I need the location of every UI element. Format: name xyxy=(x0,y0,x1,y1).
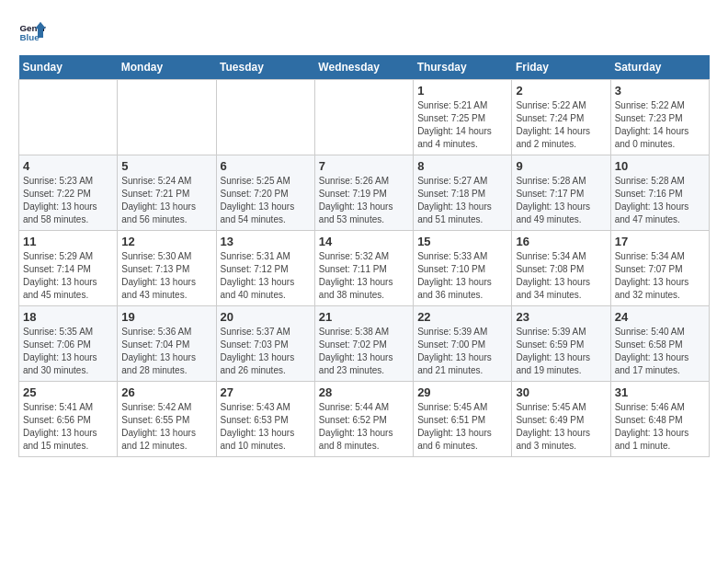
day-info: Sunrise: 5:22 AM Sunset: 7:24 PM Dayligh… xyxy=(516,99,606,151)
calendar-cell: 11Sunrise: 5:29 AM Sunset: 7:14 PM Dayli… xyxy=(19,231,118,306)
page-header: General Blue xyxy=(18,18,710,46)
day-info: Sunrise: 5:46 AM Sunset: 6:48 PM Dayligh… xyxy=(615,401,705,453)
svg-text:Blue: Blue xyxy=(20,32,40,42)
calendar-week-2: 4Sunrise: 5:23 AM Sunset: 7:22 PM Daylig… xyxy=(19,155,710,231)
calendar-cell: 8Sunrise: 5:27 AM Sunset: 7:18 PM Daylig… xyxy=(414,155,512,231)
day-number: 2 xyxy=(516,84,606,98)
day-number: 5 xyxy=(121,159,211,173)
calendar-cell: 7Sunrise: 5:26 AM Sunset: 7:19 PM Daylig… xyxy=(314,155,413,231)
weekday-header-sunday: Sunday xyxy=(19,55,118,80)
calendar-cell: 18Sunrise: 5:35 AM Sunset: 7:06 PM Dayli… xyxy=(19,306,118,382)
day-info: Sunrise: 5:36 AM Sunset: 7:04 PM Dayligh… xyxy=(121,326,211,377)
calendar-week-4: 18Sunrise: 5:35 AM Sunset: 7:06 PM Dayli… xyxy=(19,306,710,382)
day-number: 16 xyxy=(516,235,606,248)
calendar-cell: 2Sunrise: 5:22 AM Sunset: 7:24 PM Daylig… xyxy=(512,80,610,155)
day-number: 27 xyxy=(221,385,311,399)
day-number: 12 xyxy=(121,235,211,248)
day-info: Sunrise: 5:45 AM Sunset: 6:51 PM Dayligh… xyxy=(417,401,507,453)
day-number: 17 xyxy=(615,235,705,248)
day-number: 4 xyxy=(23,159,113,173)
calendar-cell: 6Sunrise: 5:25 AM Sunset: 7:20 PM Daylig… xyxy=(216,155,314,231)
weekday-header-saturday: Saturday xyxy=(610,55,709,80)
day-number: 30 xyxy=(516,385,606,399)
calendar-cell: 10Sunrise: 5:28 AM Sunset: 7:16 PM Dayli… xyxy=(610,155,709,231)
day-info: Sunrise: 5:44 AM Sunset: 6:52 PM Dayligh… xyxy=(319,401,409,453)
day-number: 25 xyxy=(23,385,113,399)
calendar-cell: 14Sunrise: 5:32 AM Sunset: 7:11 PM Dayli… xyxy=(314,231,413,306)
calendar-cell: 1Sunrise: 5:21 AM Sunset: 7:25 PM Daylig… xyxy=(414,80,512,155)
calendar-cell xyxy=(118,80,216,155)
day-info: Sunrise: 5:27 AM Sunset: 7:18 PM Dayligh… xyxy=(417,175,507,226)
day-info: Sunrise: 5:41 AM Sunset: 6:56 PM Dayligh… xyxy=(23,401,113,453)
calendar-cell: 27Sunrise: 5:43 AM Sunset: 6:53 PM Dayli… xyxy=(216,382,314,457)
day-info: Sunrise: 5:34 AM Sunset: 7:07 PM Dayligh… xyxy=(615,250,705,302)
day-number: 9 xyxy=(516,159,606,173)
day-info: Sunrise: 5:31 AM Sunset: 7:12 PM Dayligh… xyxy=(221,250,311,302)
day-number: 15 xyxy=(417,235,507,248)
day-info: Sunrise: 5:24 AM Sunset: 7:21 PM Dayligh… xyxy=(121,175,211,226)
day-number: 22 xyxy=(417,310,507,324)
day-info: Sunrise: 5:34 AM Sunset: 7:08 PM Dayligh… xyxy=(516,250,606,302)
calendar-cell: 9Sunrise: 5:28 AM Sunset: 7:17 PM Daylig… xyxy=(512,155,610,231)
day-info: Sunrise: 5:22 AM Sunset: 7:23 PM Dayligh… xyxy=(615,99,705,151)
day-number: 14 xyxy=(319,235,409,248)
calendar-cell: 17Sunrise: 5:34 AM Sunset: 7:07 PM Dayli… xyxy=(610,231,709,306)
day-number: 20 xyxy=(221,310,311,324)
calendar-cell: 25Sunrise: 5:41 AM Sunset: 6:56 PM Dayli… xyxy=(19,382,118,457)
calendar-cell xyxy=(216,80,314,155)
calendar-cell: 28Sunrise: 5:44 AM Sunset: 6:52 PM Dayli… xyxy=(314,382,413,457)
day-number: 11 xyxy=(23,235,113,248)
day-info: Sunrise: 5:30 AM Sunset: 7:13 PM Dayligh… xyxy=(121,250,211,302)
logo-icon: General Blue xyxy=(18,18,46,46)
calendar-cell xyxy=(314,80,413,155)
day-number: 3 xyxy=(615,84,705,98)
calendar-cell: 3Sunrise: 5:22 AM Sunset: 7:23 PM Daylig… xyxy=(610,80,709,155)
calendar-week-3: 11Sunrise: 5:29 AM Sunset: 7:14 PM Dayli… xyxy=(19,231,710,306)
calendar-cell: 13Sunrise: 5:31 AM Sunset: 7:12 PM Dayli… xyxy=(216,231,314,306)
day-number: 6 xyxy=(221,159,311,173)
calendar-cell: 20Sunrise: 5:37 AM Sunset: 7:03 PM Dayli… xyxy=(216,306,314,382)
calendar-cell: 16Sunrise: 5:34 AM Sunset: 7:08 PM Dayli… xyxy=(512,231,610,306)
calendar-week-1: 1Sunrise: 5:21 AM Sunset: 7:25 PM Daylig… xyxy=(19,80,710,155)
calendar-cell: 15Sunrise: 5:33 AM Sunset: 7:10 PM Dayli… xyxy=(414,231,512,306)
day-number: 29 xyxy=(417,385,507,399)
day-info: Sunrise: 5:39 AM Sunset: 7:00 PM Dayligh… xyxy=(417,326,507,377)
calendar-cell: 30Sunrise: 5:45 AM Sunset: 6:49 PM Dayli… xyxy=(512,382,610,457)
day-number: 18 xyxy=(23,310,113,324)
day-number: 7 xyxy=(319,159,409,173)
day-number: 13 xyxy=(221,235,311,248)
calendar-table: SundayMondayTuesdayWednesdayThursdayFrid… xyxy=(18,55,710,457)
calendar-cell: 12Sunrise: 5:30 AM Sunset: 7:13 PM Dayli… xyxy=(118,231,216,306)
calendar-cell: 4Sunrise: 5:23 AM Sunset: 7:22 PM Daylig… xyxy=(19,155,118,231)
calendar-week-5: 25Sunrise: 5:41 AM Sunset: 6:56 PM Dayli… xyxy=(19,382,710,457)
day-number: 31 xyxy=(615,385,705,399)
day-info: Sunrise: 5:28 AM Sunset: 7:16 PM Dayligh… xyxy=(615,175,705,226)
day-info: Sunrise: 5:28 AM Sunset: 7:17 PM Dayligh… xyxy=(516,175,606,226)
day-number: 23 xyxy=(516,310,606,324)
weekday-header-thursday: Thursday xyxy=(414,55,512,80)
day-number: 10 xyxy=(615,159,705,173)
day-number: 26 xyxy=(121,385,211,399)
day-info: Sunrise: 5:29 AM Sunset: 7:14 PM Dayligh… xyxy=(23,250,113,302)
day-number: 8 xyxy=(417,159,507,173)
day-info: Sunrise: 5:25 AM Sunset: 7:20 PM Dayligh… xyxy=(221,175,311,226)
day-info: Sunrise: 5:32 AM Sunset: 7:11 PM Dayligh… xyxy=(319,250,409,302)
day-info: Sunrise: 5:21 AM Sunset: 7:25 PM Dayligh… xyxy=(417,99,507,151)
day-info: Sunrise: 5:33 AM Sunset: 7:10 PM Dayligh… xyxy=(417,250,507,302)
day-info: Sunrise: 5:23 AM Sunset: 7:22 PM Dayligh… xyxy=(23,175,113,226)
day-number: 1 xyxy=(417,84,507,98)
calendar-cell: 24Sunrise: 5:40 AM Sunset: 6:58 PM Dayli… xyxy=(610,306,709,382)
calendar-cell: 22Sunrise: 5:39 AM Sunset: 7:00 PM Dayli… xyxy=(414,306,512,382)
calendar-cell: 23Sunrise: 5:39 AM Sunset: 6:59 PM Dayli… xyxy=(512,306,610,382)
day-info: Sunrise: 5:42 AM Sunset: 6:55 PM Dayligh… xyxy=(121,401,211,453)
calendar-cell: 26Sunrise: 5:42 AM Sunset: 6:55 PM Dayli… xyxy=(118,382,216,457)
day-info: Sunrise: 5:38 AM Sunset: 7:02 PM Dayligh… xyxy=(319,326,409,377)
day-info: Sunrise: 5:43 AM Sunset: 6:53 PM Dayligh… xyxy=(221,401,311,453)
day-info: Sunrise: 5:45 AM Sunset: 6:49 PM Dayligh… xyxy=(516,401,606,453)
weekday-header-tuesday: Tuesday xyxy=(216,55,314,80)
day-number: 24 xyxy=(615,310,705,324)
day-number: 21 xyxy=(319,310,409,324)
day-number: 19 xyxy=(121,310,211,324)
weekday-header-monday: Monday xyxy=(118,55,216,80)
calendar-cell xyxy=(19,80,118,155)
